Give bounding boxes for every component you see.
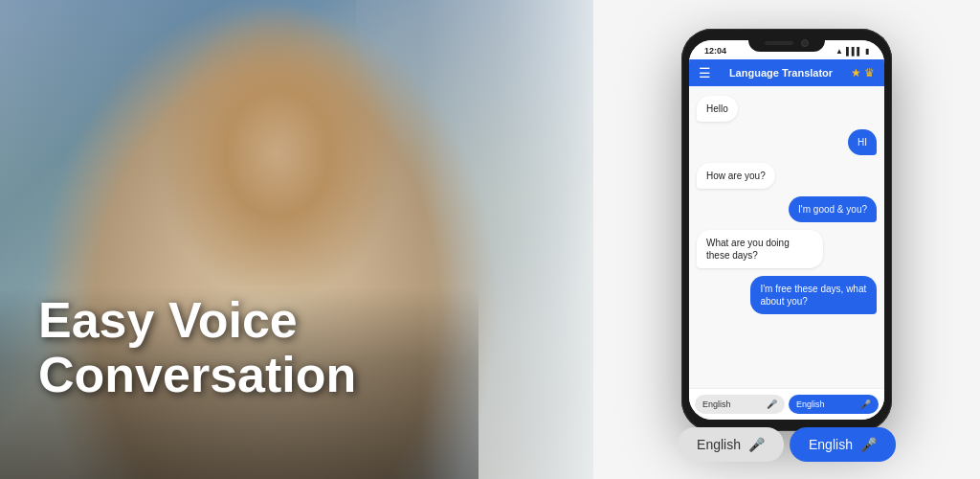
battery-icon: ▮ [865,47,869,56]
mic-left-icon: 🎤 [748,437,765,452]
phone-mockup: 12:04 ▲ ▌▌▌ ▮ ☰ Language Translator ★ ♛ [681,29,892,431]
phone-speaker [765,41,793,45]
mic-right-icon: 🎤 [860,437,877,452]
status-icons: ▲ ▌▌▌ ▮ [835,47,869,56]
phone-lang-right-label: English [796,399,825,409]
background-photo: Easy Voice Conversation [0,0,593,479]
phone-lang-left-button[interactable]: English 🎤 [695,395,785,414]
app-title: Language Translator [711,67,851,79]
status-time: 12:04 [704,46,726,56]
chat-bubble-good: I'm good & you? [789,196,877,222]
phone-bottom-bar: English 🎤 English 🎤 [689,388,884,420]
phone-mic-right-icon: 🎤 [860,399,871,409]
english-right-button[interactable]: English 🎤 [790,427,896,462]
app-bar: ☰ Language Translator ★ ♛ [689,59,884,86]
hamburger-icon[interactable]: ☰ [699,65,711,80]
phone-lang-left-label: English [702,399,731,409]
hero-line2: Conversation [38,347,356,402]
english-left-label: English [697,437,741,452]
english-left-button[interactable]: English 🎤 [678,427,784,462]
star-icon-2: ♛ [864,66,875,80]
phone-notch [748,34,825,52]
star-icon-1: ★ [851,66,861,80]
phone-mic-left-icon: 🎤 [767,399,777,409]
hero-line1: Easy Voice [38,292,298,348]
chat-bubble-free: I'm free these days, what about you? [750,276,877,314]
right-section: 12:04 ▲ ▌▌▌ ▮ ☰ Language Translator ★ ♛ [593,0,980,479]
signal-icon: ▌▌▌ [846,47,862,56]
hero-text-block: Easy Voice Conversation [38,293,356,402]
chat-bubble-doing: What are you doing these days? [697,230,823,268]
phone-lang-right-button[interactable]: English 🎤 [789,395,879,414]
chat-area: Hello HI How are you? I'm good & you? Wh… [689,86,884,388]
english-right-label: English [809,437,853,452]
phone-camera [801,39,809,47]
bottom-language-buttons: English 🎤 English 🎤 [678,427,896,462]
chat-bubble-hi: HI [848,129,877,155]
chat-bubble-how: How are you? [697,163,775,189]
star-icons: ★ ♛ [851,66,875,80]
phone-screen: 12:04 ▲ ▌▌▌ ▮ ☰ Language Translator ★ ♛ [689,40,884,420]
phone-frame: 12:04 ▲ ▌▌▌ ▮ ☰ Language Translator ★ ♛ [681,29,892,431]
chat-bubble-hello: Hello [697,96,738,122]
wifi-icon: ▲ [835,47,843,56]
